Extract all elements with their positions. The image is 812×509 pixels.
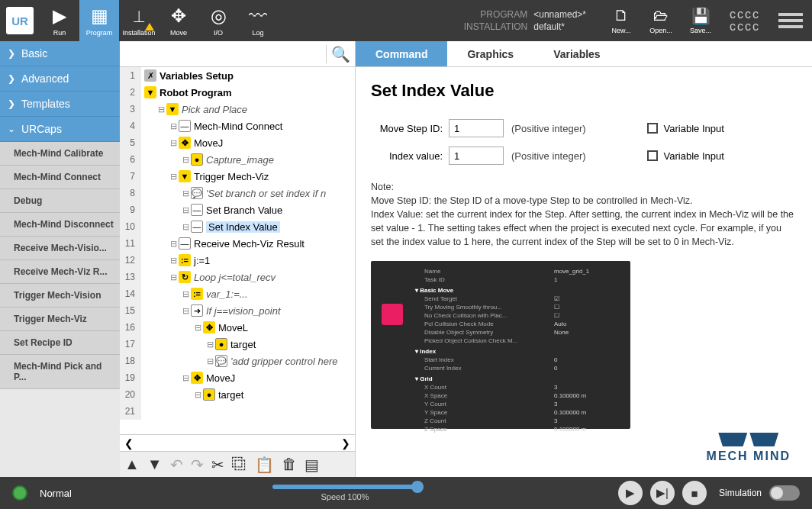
chevron-right-icon: ❯ xyxy=(8,48,15,59)
variable-input-check-1[interactable]: Variable Input xyxy=(647,123,724,134)
palette-item[interactable]: Receive Mech-Viz R... xyxy=(0,260,120,284)
palette-item[interactable]: Mech-Mind Calibrate xyxy=(0,142,120,166)
move-up-icon[interactable]: ▲ xyxy=(124,456,140,473)
tree-row[interactable]: 9⊟—Set Branch Value xyxy=(120,201,355,218)
tree-row[interactable]: 20⊟●target xyxy=(120,386,355,403)
move-step-id-input[interactable] xyxy=(449,119,504,137)
cut-icon[interactable]: ✂ xyxy=(211,456,224,474)
scroll-right-icon[interactable]: ❯ xyxy=(341,437,350,449)
tree-hscroll[interactable]: ❮ ❯ xyxy=(120,434,355,451)
tab-variables[interactable]: Variables xyxy=(533,41,620,66)
installation-value: default* xyxy=(533,21,586,33)
hint-2: (Positive integer) xyxy=(511,150,586,162)
variable-input-check-2[interactable]: Variable Input xyxy=(647,150,724,162)
node-icon: ✗ xyxy=(144,69,156,82)
tree-row[interactable]: 8⊟💬'Set branch or set index if n xyxy=(120,185,355,201)
palette-item[interactable]: Trigger Mech-Viz xyxy=(0,308,120,331)
tab-command[interactable]: Command xyxy=(356,41,447,66)
nav-move[interactable]: ✥Move xyxy=(159,0,198,41)
simulation-toggle[interactable] xyxy=(769,485,800,501)
stop-button[interactable]: ■ xyxy=(682,481,707,505)
tree-row[interactable]: 21 xyxy=(120,403,355,420)
palette-item[interactable]: Mech-Mind Disconnect xyxy=(0,213,120,237)
cat-urcaps[interactable]: ⌄URCaps xyxy=(0,117,120,142)
node-label: Robot Program xyxy=(160,87,232,98)
tree-row[interactable]: 5⊟✥MoveJ xyxy=(120,134,355,151)
tree-row[interactable]: 3⊟▼Pick and Place xyxy=(120,101,355,118)
status-dot-icon[interactable] xyxy=(12,485,27,501)
node-label: MoveJ xyxy=(206,372,235,384)
search-icon[interactable]: 🔍 xyxy=(331,45,350,63)
copy-icon[interactable]: ⿻ xyxy=(232,456,247,473)
nav-run[interactable]: ▶Run xyxy=(40,0,79,41)
tree-row[interactable]: 7⊟▼Trigger Mech-Viz xyxy=(120,168,355,185)
cat-templates[interactable]: ❯Templates xyxy=(0,92,120,117)
tree-row[interactable]: 12⊟:=j:=1 xyxy=(120,252,355,269)
play-button[interactable]: ▶ xyxy=(618,481,643,505)
tree-row[interactable]: 16⊟✥MoveL xyxy=(120,319,355,336)
node-label: target xyxy=(230,339,256,350)
paste-icon[interactable]: 📋 xyxy=(255,456,274,474)
palette-item[interactable]: Receive Mech-Visio... xyxy=(0,237,120,260)
index-value-input[interactable] xyxy=(449,147,504,165)
hint-1: (Positive integer) xyxy=(511,123,586,134)
palette-item[interactable]: Mech-Mind Pick and P... xyxy=(0,355,120,389)
node-label: Mech-Mind Connect xyxy=(194,121,282,132)
tree-row[interactable]: 6⊟●Capture_image xyxy=(120,151,355,168)
palette-item[interactable]: Trigger Mech-Vision xyxy=(0,284,120,308)
cat-advanced[interactable]: ❯Advanced xyxy=(0,66,120,92)
tree-row[interactable]: 10⊟—Set Index Value xyxy=(120,218,355,235)
chevron-down-icon: ⌄ xyxy=(8,124,15,134)
hamburger-menu[interactable] xyxy=(778,10,803,31)
mech-mind-logo: MECH MIND xyxy=(707,433,791,463)
step-button[interactable]: ▶| xyxy=(650,481,675,505)
redo-icon[interactable]: ↷ xyxy=(191,456,204,474)
panel-title: Set Index Value xyxy=(371,81,797,101)
program-value: <unnamed>* xyxy=(533,8,586,21)
nav-log[interactable]: 〰Log xyxy=(238,0,278,41)
warning-badge-icon xyxy=(145,23,154,31)
node-icon: ✥ xyxy=(179,137,191,149)
delete-icon[interactable]: 🗑 xyxy=(282,456,297,473)
tree-toolbar: ▲ ▼ ↶ ↷ ✂ ⿻ 📋 🗑 ▤ xyxy=(120,451,355,477)
tree-row[interactable]: 13⊟↻Loop j<=total_recv xyxy=(120,269,355,285)
nav-program[interactable]: ▦Program xyxy=(79,0,119,41)
palette-item[interactable]: Set Recipe ID xyxy=(0,331,120,355)
tree-row[interactable]: 2▼Robot Program xyxy=(120,84,355,101)
nav-installation[interactable]: ⟂Installation xyxy=(119,0,159,41)
palette-item[interactable]: Debug xyxy=(0,189,120,213)
program-label: PROGRAM xyxy=(464,8,528,21)
undo-icon[interactable]: ↶ xyxy=(170,456,183,474)
suppress-icon[interactable]: ▤ xyxy=(304,456,319,474)
node-label: If j==vision_point xyxy=(206,305,281,317)
scroll-left-icon[interactable]: ❮ xyxy=(124,437,134,449)
tree-search-input[interactable] xyxy=(124,44,321,64)
nav-io[interactable]: ◎I/O xyxy=(198,0,238,41)
cat-basic[interactable]: ❯Basic xyxy=(0,41,120,66)
speed-slider[interactable] xyxy=(272,485,417,489)
tree-row[interactable]: 11⊟—Receive Mech-Viz Result xyxy=(120,235,355,252)
tree-row[interactable]: 17⊟●target xyxy=(120,336,355,353)
palette-item[interactable]: Mech-Mind Connect xyxy=(0,166,120,189)
ur-logo: UR xyxy=(6,7,34,34)
tab-graphics[interactable]: Graphics xyxy=(447,41,533,66)
tree-row[interactable]: 19⊟✥MoveJ xyxy=(120,369,355,386)
simulation-label: Simulation xyxy=(719,488,762,498)
slider-thumb[interactable] xyxy=(411,481,424,493)
detail-tabs: Command Graphics Variables xyxy=(356,41,812,67)
file-new[interactable]: 🗋New... xyxy=(601,7,641,34)
header-info: PROGRAM INSTALLATION <unnamed>* default* xyxy=(278,8,601,33)
node-icon: := xyxy=(191,288,203,300)
file-save[interactable]: 💾Save... xyxy=(681,7,720,34)
tree-row[interactable]: 1✗Variables Setup xyxy=(120,67,355,84)
tree-row[interactable]: 14⊟:=var_1:=... xyxy=(120,285,355,302)
program-tree[interactable]: 1✗Variables Setup2▼Robot Program3⊟▼Pick … xyxy=(120,67,355,434)
checkbox-icon xyxy=(647,150,658,161)
file-open[interactable]: 🗁Open... xyxy=(641,7,681,34)
tree-row[interactable]: 18⊟💬'add gripper control here xyxy=(120,353,355,369)
tree-row[interactable]: 4⊟—Mech-Mind Connect xyxy=(120,118,355,134)
tree-row[interactable]: 15⊟➜If j==vision_point xyxy=(120,302,355,319)
node-icon: 💬 xyxy=(191,187,203,199)
move-down-icon[interactable]: ▼ xyxy=(147,456,163,473)
node-icon: — xyxy=(191,204,203,216)
